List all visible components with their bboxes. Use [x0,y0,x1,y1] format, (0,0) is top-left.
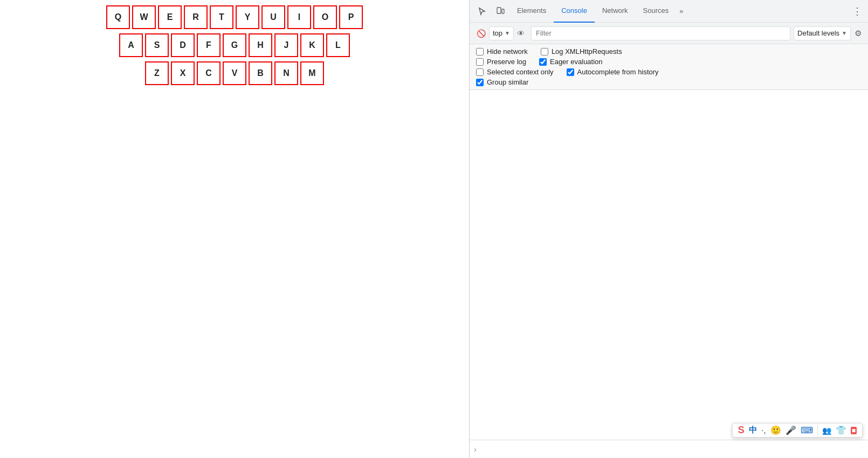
ime-emoji-icon[interactable]: 🙂 [770,425,781,435]
key-v[interactable]: V [223,61,246,85]
log-xmlhttp-checkbox-label[interactable]: Log XMLHttpRequests [541,47,622,55]
preserve-log-checkbox-label[interactable]: Preserve log [476,58,526,66]
settings-line-3: Selected context only Autocomplete from … [476,68,862,76]
ime-toolbar: S 中 ·, 🙂 🎤 ⌨ 👥 👕 ■ [732,423,863,438]
key-z[interactable]: Z [145,61,169,85]
devtools-menu-button[interactable]: ⋮ [850,4,865,19]
ime-punctuation-icon[interactable]: ·, [761,426,766,435]
context-dropdown-arrow: ▼ [505,30,510,36]
key-k[interactable]: K [300,33,324,57]
settings-line-2: Preserve log Eager evaluation [476,58,862,66]
key-g[interactable]: G [223,33,246,57]
group-similar-checkbox-label[interactable]: Group similar [476,78,528,86]
key-l[interactable]: L [326,33,350,57]
prompt-icon: › [474,445,477,454]
svg-rect-1 [502,9,504,13]
key-f[interactable]: F [197,33,221,57]
key-x[interactable]: X [171,61,195,85]
keyboard-row-1: QWERTYUIOP [105,4,364,30]
key-u[interactable]: U [261,5,285,29]
tab-console[interactable]: Console [554,0,595,23]
console-input-bar: › [470,440,868,458]
key-n[interactable]: N [274,61,298,85]
ime-users-icon[interactable]: 👥 [822,426,831,435]
key-r[interactable]: R [184,5,208,29]
inspect-icon[interactable] [474,3,490,19]
tabs-more[interactable]: » [676,7,686,15]
console-log [470,90,868,440]
tab-sources[interactable]: Sources [636,0,677,23]
ime-chinese-icon[interactable]: 中 [749,425,757,435]
key-e[interactable]: E [158,5,182,29]
eye-button[interactable]: 👁 [514,26,528,40]
ime-shirt-icon[interactable]: 👕 [836,425,846,435]
ime-voice-icon[interactable]: 🎤 [786,425,796,435]
context-selector[interactable]: top ▼ [489,26,514,40]
hide-network-checkbox-label[interactable]: Hide network [476,47,528,55]
preserve-log-checkbox[interactable] [476,58,484,66]
key-p[interactable]: P [339,5,363,29]
eager-eval-checkbox[interactable] [539,58,547,66]
eager-eval-checkbox-label[interactable]: Eager evaluation [539,58,603,66]
svg-rect-0 [497,8,501,13]
key-j[interactable]: J [274,33,298,57]
selected-context-checkbox[interactable] [476,68,484,76]
key-i[interactable]: I [287,5,311,29]
key-c[interactable]: C [197,61,221,85]
autocomplete-checkbox-label[interactable]: Autocomplete from history [567,68,659,76]
tab-elements[interactable]: Elements [509,0,554,23]
devtools-tab-bar: Elements Console Network Sources » ⋮ [470,0,868,23]
hide-network-checkbox[interactable] [476,48,484,55]
console-toolbar: 🚫 top ▼ 👁 Default levels ▼ ⚙ [470,23,868,44]
keyboard-row-3: ZXCVBNM [144,60,325,86]
autocomplete-checkbox[interactable] [567,68,574,76]
ime-keyboard-icon[interactable]: ⌨ [801,425,813,435]
key-w[interactable]: W [132,5,156,29]
group-similar-checkbox[interactable] [476,79,484,86]
device-icon[interactable] [492,3,508,19]
key-t[interactable]: T [210,5,233,29]
key-d[interactable]: D [171,33,195,57]
filter-input[interactable] [531,26,790,40]
log-levels-button[interactable]: Default levels ▼ [794,26,851,40]
settings-line-1: Hide network Log XMLHttpRequests [476,47,862,55]
ime-more-icon[interactable]: ■ [851,427,857,434]
devtools-panel: Elements Console Network Sources » ⋮ 🚫 t… [469,0,868,458]
tab-network[interactable]: Network [595,0,636,23]
key-b[interactable]: B [249,61,272,85]
selected-context-checkbox-label[interactable]: Selected context only [476,68,554,76]
clear-console-button[interactable]: 🚫 [474,26,488,40]
console-settings-panel: Hide network Log XMLHttpRequests Preserv… [470,44,868,90]
keyboard-panel: QWERTYUIOP ASDFGHJKL ZXCVBNM [0,0,469,458]
key-h[interactable]: H [249,33,272,57]
ime-sogou-icon[interactable]: S [738,425,745,436]
key-a[interactable]: A [119,33,143,57]
keyboard-row-2: ASDFGHJKL [118,32,351,58]
key-s[interactable]: S [145,33,169,57]
log-xmlhttp-checkbox[interactable] [541,48,548,55]
key-m[interactable]: M [300,61,324,85]
settings-line-4: Group similar [476,78,862,86]
key-o[interactable]: O [313,5,337,29]
levels-dropdown-arrow: ▼ [842,30,847,36]
key-q[interactable]: Q [106,5,130,29]
key-y[interactable]: Y [236,5,259,29]
console-settings-button[interactable]: ⚙ [851,26,865,40]
